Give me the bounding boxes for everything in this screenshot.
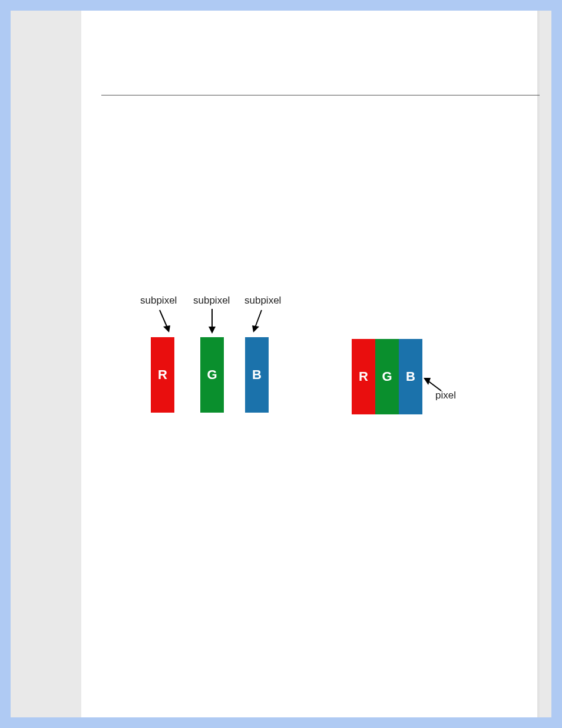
pixel-bar-b: B xyxy=(399,339,422,414)
pixel-bar-r: R xyxy=(352,339,375,414)
subpixel-bar-b: B xyxy=(245,337,269,413)
arrow-down-icon xyxy=(206,308,218,337)
pixel-letter-r: R xyxy=(359,369,368,384)
subpixel-bar-r: R xyxy=(151,337,174,413)
pixel-letter-b: B xyxy=(406,369,415,384)
subpixel-letter-r: R xyxy=(158,367,167,383)
subpixel-bar-g: G xyxy=(200,337,224,413)
svg-marker-11 xyxy=(252,325,259,332)
app-window: subpixel xyxy=(11,11,551,717)
svg-marker-9 xyxy=(209,327,216,334)
subpixel-label-g: subpixel xyxy=(193,295,230,307)
pixel-letter-g: G xyxy=(382,369,392,384)
arrow-down-icon xyxy=(249,308,266,337)
subpixel-letter-b: B xyxy=(252,367,262,383)
rgb-diagram: subpixel xyxy=(137,295,528,436)
subpixel-letter-g: G xyxy=(207,367,217,383)
subpixel-label-b: subpixel xyxy=(244,295,281,307)
document-page: subpixel xyxy=(81,11,540,717)
pixel-bar-g: G xyxy=(375,339,399,414)
header-rule xyxy=(101,95,540,95)
subpixel-label-r: subpixel xyxy=(140,295,177,307)
arrow-down-icon xyxy=(156,308,174,337)
pixel-label: pixel xyxy=(435,390,456,401)
page-content: subpixel xyxy=(81,11,540,717)
